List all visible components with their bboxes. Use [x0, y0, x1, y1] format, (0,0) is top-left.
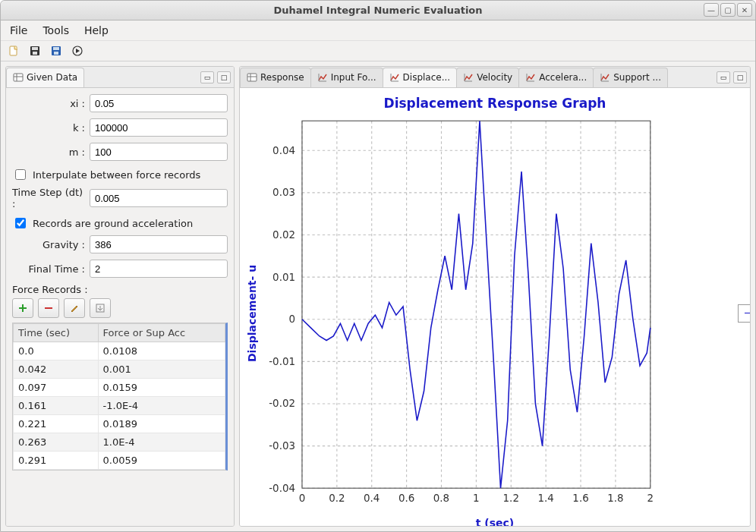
table-cell[interactable]: -1.0E-4 [98, 397, 225, 415]
chart-legend: Displacement [738, 304, 751, 323]
svg-text:1.2: 1.2 [503, 493, 519, 504]
add-record-button[interactable] [12, 298, 33, 318]
menubar: File Tools Help [1, 20, 755, 40]
svg-text:-0.03: -0.03 [269, 440, 295, 452]
edit-record-button[interactable] [64, 298, 85, 318]
save-as-icon[interactable] [48, 42, 65, 59]
gravity-label: Gravity : [12, 239, 85, 250]
k-input[interactable] [90, 118, 228, 137]
table-row[interactable]: 0.0420.001 [14, 360, 225, 379]
run-icon[interactable] [69, 42, 86, 59]
table-cell[interactable]: 0.0059 [98, 452, 225, 470]
gravity-input[interactable] [90, 235, 228, 253]
save-icon[interactable] [27, 42, 43, 59]
import-record-button[interactable] [90, 298, 111, 318]
table-cell[interactable]: 0.0 [14, 342, 99, 360]
svg-text:1.8: 1.8 [607, 493, 623, 504]
tab-accelera[interactable]: Accelera... [518, 68, 594, 87]
tab-response[interactable]: Response [240, 68, 311, 87]
menu-file[interactable]: File [7, 23, 30, 38]
table-cell[interactable]: 0.042 [14, 360, 99, 379]
minimize-button[interactable]: — [704, 3, 719, 17]
table-row[interactable]: 0.2210.0189 [14, 415, 225, 433]
svg-text:1.4: 1.4 [537, 493, 553, 504]
tab-given-data[interactable]: Given Data [6, 68, 84, 87]
tab-given-data-label: Given Data [27, 72, 77, 83]
svg-text:0: 0 [288, 313, 295, 325]
svg-rect-6 [54, 52, 58, 55]
menu-tools[interactable]: Tools [39, 23, 72, 38]
panel-maximize-icon[interactable]: □ [733, 71, 747, 83]
maximize-button[interactable]: ▢ [720, 3, 736, 17]
svg-text:0.01: 0.01 [272, 272, 295, 283]
close-button[interactable]: ✕ [737, 3, 752, 17]
table-cell[interactable]: 0.263 [14, 433, 99, 452]
table-cell[interactable]: 1.0E-4 [98, 433, 225, 452]
col-time[interactable]: Time (sec) [14, 324, 99, 342]
table-cell[interactable]: 0.221 [14, 415, 99, 433]
xi-input[interactable] [90, 94, 228, 112]
svg-rect-3 [33, 52, 37, 55]
svg-text:-0.04: -0.04 [269, 483, 295, 494]
remove-record-button[interactable] [38, 298, 59, 318]
table-row[interactable]: 0.0970.0159 [14, 379, 225, 397]
chart-icon [525, 72, 536, 83]
chart-icon [463, 72, 474, 83]
tab-velocity[interactable]: Velocity [456, 68, 519, 87]
svg-text:-0.01: -0.01 [269, 356, 295, 367]
records-table[interactable]: Time (sec) Force or Sup Acc 0.00.01080.0… [13, 323, 225, 470]
svg-text:0.03: 0.03 [272, 187, 295, 198]
right-panel-body: Displacement Response Graph Displacement… [240, 88, 750, 526]
interpolate-checkbox[interactable] [15, 169, 26, 180]
table-cell[interactable]: 0.291 [14, 452, 99, 470]
dt-input[interactable] [90, 189, 228, 207]
window-buttons: — ▢ ✕ [704, 3, 752, 17]
table-cell[interactable]: 0.001 [98, 360, 225, 379]
svg-text:2: 2 [647, 493, 654, 504]
tab-inputfo[interactable]: Input Fo... [310, 68, 383, 87]
table-row[interactable]: 0.161-1.0E-4 [14, 397, 225, 415]
chart-xlabel: t (sec) [240, 514, 750, 526]
panel-maximize-icon[interactable]: □ [217, 71, 231, 83]
table-row[interactable]: 0.2910.0059 [14, 452, 225, 470]
table-row[interactable]: 0.2631.0E-4 [14, 433, 225, 452]
svg-text:0.04: 0.04 [272, 145, 295, 156]
svg-text:-0.02: -0.02 [269, 398, 295, 409]
ground-accel-label: Records are ground acceleration [33, 218, 193, 229]
table-cell[interactable]: 0.0189 [98, 415, 225, 433]
svg-rect-5 [53, 47, 59, 50]
tab-support[interactable]: Support ... [593, 68, 668, 87]
table-cell[interactable]: 0.097 [14, 379, 99, 397]
app-window: Duhamel Integral Numeric Evaluation — ▢ … [0, 0, 756, 532]
menu-help[interactable]: Help [81, 23, 112, 38]
panel-minimize-icon[interactable]: ▭ [200, 71, 214, 83]
chart-plot[interactable]: 00.20.40.60.811.21.41.61.82-0.04-0.03-0.… [260, 112, 659, 514]
chart-panel: ResponseInput Fo...Displace...VelocityAc… [239, 66, 751, 527]
right-panel-header: ResponseInput Fo...Displace...VelocityAc… [240, 67, 750, 88]
xi-label: xi : [12, 98, 85, 109]
ground-accel-checkbox[interactable] [15, 218, 26, 228]
tab-displace[interactable]: Displace... [383, 68, 458, 87]
svg-text:1: 1 [473, 493, 480, 504]
table-cell[interactable]: 0.161 [14, 397, 99, 415]
m-input[interactable] [90, 143, 228, 161]
panel-minimize-icon[interactable]: ▭ [717, 71, 730, 83]
table-cell[interactable]: 0.0108 [98, 342, 225, 360]
chart-title: Displacement Response Graph [240, 96, 750, 111]
svg-text:0.8: 0.8 [433, 493, 449, 504]
tab-label: Input Fo... [331, 72, 376, 83]
final-time-input[interactable] [90, 260, 228, 278]
dt-label: Time Step (dt) : [12, 187, 85, 209]
m-label: m : [12, 146, 85, 158]
table-row[interactable]: 0.00.0108 [14, 342, 225, 360]
col-force[interactable]: Force or Sup Acc [98, 324, 225, 342]
table-cell[interactable]: 0.0159 [98, 379, 225, 397]
record-buttons [12, 298, 228, 318]
window-title: Duhamel Integral Numeric Evaluation [1, 5, 755, 16]
tab-label: Response [260, 72, 304, 83]
final-time-label: Final Time : [12, 263, 85, 275]
chart-ylabel: Displacement- u [244, 112, 260, 514]
tab-label: Velocity [477, 72, 512, 83]
tab-label: Support ... [613, 72, 661, 83]
new-file-icon[interactable] [5, 42, 22, 59]
